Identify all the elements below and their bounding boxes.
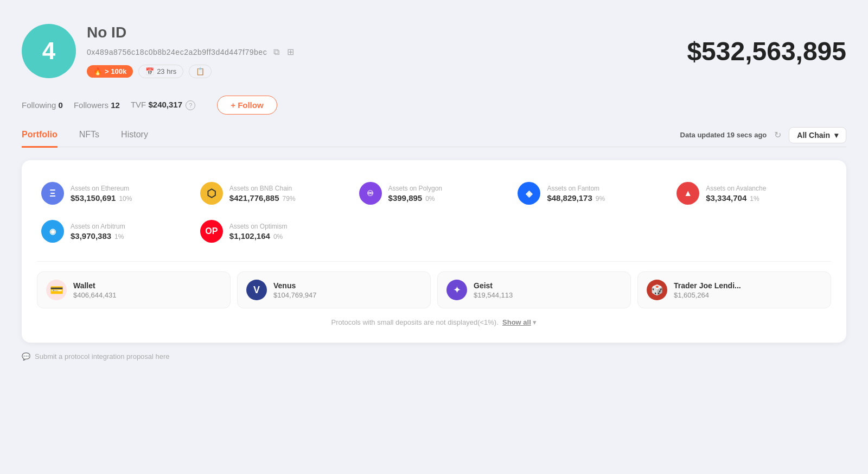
polygon-label: Assets on Polygon	[388, 185, 442, 192]
tabs-left: Portfolio NFTs History	[22, 123, 148, 147]
follow-button[interactable]: + Follow	[217, 96, 277, 115]
ethereum-icon: Ξ	[41, 182, 64, 205]
wallet-protocol-name: Wallet	[73, 281, 117, 290]
followers-count: 12	[111, 100, 120, 110]
avalanche-icon: ▲	[676, 182, 699, 205]
note-badge: 📋	[189, 65, 212, 78]
venus-protocol-name: Venus	[273, 281, 317, 290]
chain-dropdown[interactable]: All Chain ▾	[789, 127, 846, 143]
following-label: Following	[22, 100, 56, 110]
tabs-section: Portfolio NFTs History Data updated 19 s…	[22, 123, 846, 147]
tab-nfts[interactable]: NFTs	[79, 124, 99, 148]
tvf-question-icon[interactable]: ?	[186, 100, 195, 110]
avalanche-pct: 1%	[750, 195, 759, 203]
wallet-protocol-amount: $406,644,431	[73, 291, 117, 299]
protocol-wallet[interactable]: 💳 Wallet $406,644,431	[37, 271, 231, 308]
traderjoe-protocol-name: Trader Joe Lendi...	[674, 281, 741, 290]
arbitrum-pct: 1%	[114, 233, 124, 241]
optimism-icon: OP	[200, 220, 223, 243]
venus-protocol-icon: V	[246, 280, 267, 300]
chat-icon: 💬	[22, 352, 30, 361]
tabs-right: Data updated 19 secs ago ↻ All Chain ▾	[680, 127, 846, 143]
footer-note-text: Submit a protocol integration proposal h…	[35, 352, 170, 361]
score-badge: 🔥 > 100k	[87, 65, 133, 78]
time-badge-value: 23 hrs	[157, 67, 176, 75]
traderjoe-protocol-icon: 🎲	[647, 280, 667, 300]
asset-item-polygon[interactable]: ♾ Assets on Polygon $399,895 0%	[355, 176, 514, 210]
asset-item-fantom[interactable]: ◈ Assets on Fantom $48,829,173 9%	[513, 176, 672, 210]
asset-item-avalanche[interactable]: ▲ Assets on Avalanche $3,334,704 1%	[672, 176, 831, 210]
venus-protocol-amount: $104,769,947	[273, 291, 317, 299]
polygon-pct: 0%	[425, 195, 435, 203]
asset-item-ethereum[interactable]: Ξ Assets on Ethereum $53,150,691 10%	[37, 176, 196, 210]
profile-info: No ID 0x489a8756c18c0b8b24ec2a2b9ff3d4d4…	[87, 24, 295, 78]
tab-history[interactable]: History	[121, 124, 148, 148]
badge-score-value: > 100k	[105, 67, 126, 75]
fantom-icon: ◈	[518, 182, 540, 205]
geist-protocol-amount: $19,544,113	[474, 291, 513, 299]
followers-label: Followers	[74, 100, 108, 110]
followers-stat[interactable]: Followers 12	[74, 100, 120, 110]
assets-grid: Ξ Assets on Ethereum $53,150,691 10% ⬡ A…	[37, 176, 831, 248]
bnb-icon: ⬡	[200, 182, 223, 205]
data-updated-prefix: Data updated	[680, 131, 725, 139]
asset-item-bnb[interactable]: ⬡ Assets on BNB Chain $421,776,885 79%	[196, 176, 355, 210]
avalanche-label: Assets on Avalanche	[706, 185, 766, 192]
following-stat[interactable]: Following 0	[22, 100, 63, 110]
qr-code-button[interactable]: ⊞	[286, 46, 295, 58]
chain-dropdown-label: All Chain	[797, 131, 830, 140]
portfolio-card: Ξ Assets on Ethereum $53,150,691 10% ⬡ A…	[22, 160, 846, 343]
fantom-label: Assets on Fantom	[547, 185, 605, 192]
small-deposits-note: Protocols with small deposits are not di…	[37, 318, 831, 326]
optimism-label: Assets on Optimism	[229, 223, 288, 230]
portfolio-value: $532,563,895	[687, 36, 846, 66]
rank-number: 4	[42, 37, 55, 65]
protocol-traderjoe[interactable]: 🎲 Trader Joe Lendi... $1,605,264	[637, 271, 831, 308]
wallet-protocol-icon: 💳	[46, 280, 67, 300]
arbitrum-icon: ◉	[41, 220, 64, 243]
copy-address-button[interactable]: ⧉	[272, 46, 280, 58]
fire-icon: 🔥	[93, 67, 102, 75]
ethereum-pct: 10%	[119, 195, 132, 203]
footer-note[interactable]: 💬 Submit a protocol integration proposal…	[22, 352, 846, 361]
protocol-geist[interactable]: ✦ Geist $19,544,113	[437, 271, 631, 308]
profile-left: 4 No ID 0x489a8756c18c0b8b24ec2a2b9ff3d4…	[22, 24, 295, 78]
bnb-pct: 79%	[283, 195, 296, 203]
geist-protocol-name: Geist	[474, 281, 513, 290]
following-count: 0	[59, 100, 63, 110]
chevron-down-icon: ▾	[834, 131, 838, 140]
time-badge: 📅 23 hrs	[138, 65, 183, 78]
avatar: 4	[22, 24, 76, 78]
optimism-pct: 0%	[273, 233, 283, 241]
data-updated-suffix: ago	[754, 131, 767, 139]
ethereum-label: Assets on Ethereum	[71, 185, 132, 192]
refresh-icon[interactable]: ↻	[774, 130, 781, 140]
arbitrum-label: Assets on Arbitrum	[71, 223, 125, 230]
data-updated-time: 19 secs	[727, 131, 752, 139]
geist-protocol-icon: ✦	[446, 280, 467, 300]
wallet-address-row: 0x489a8756c18c0b8b24ec2a2b9ff3d4d447f79b…	[87, 46, 295, 58]
stats-row: Following 0 Followers 12 TVF $240,317 ? …	[22, 87, 846, 119]
calendar-icon: 📅	[145, 67, 154, 75]
fantom-pct: 9%	[596, 195, 605, 203]
tab-portfolio[interactable]: Portfolio	[22, 124, 58, 148]
fantom-amount: $48,829,173	[547, 193, 592, 203]
asset-item-optimism[interactable]: OP Assets on Optimism $1,102,164 0%	[196, 214, 355, 248]
protocol-venus[interactable]: V Venus $104,769,947	[237, 271, 431, 308]
polygon-amount: $399,895	[388, 193, 423, 203]
avalanche-amount: $3,334,704	[706, 193, 746, 203]
tvf-value: $240,317	[148, 100, 182, 109]
arbitrum-amount: $3,970,383	[71, 231, 111, 241]
polygon-icon: ♾	[359, 182, 382, 205]
data-updated-text: Data updated 19 secs ago	[680, 131, 767, 139]
section-divider	[37, 261, 831, 262]
show-all-link[interactable]: Show all	[502, 318, 531, 326]
badges-row: 🔥 > 100k 📅 23 hrs 📋	[87, 65, 295, 78]
traderjoe-protocol-amount: $1,605,264	[674, 291, 741, 299]
note-icon: 📋	[196, 67, 205, 75]
content-area: Ξ Assets on Ethereum $53,150,691 10% ⬡ A…	[22, 160, 846, 377]
chevron-show-all-icon: ▾	[533, 318, 537, 326]
tvf-label: TVF	[131, 100, 146, 109]
tvf-stat: TVF $240,317 ?	[131, 100, 195, 110]
asset-item-arbitrum[interactable]: ◉ Assets on Arbitrum $3,970,383 1%	[37, 214, 196, 248]
